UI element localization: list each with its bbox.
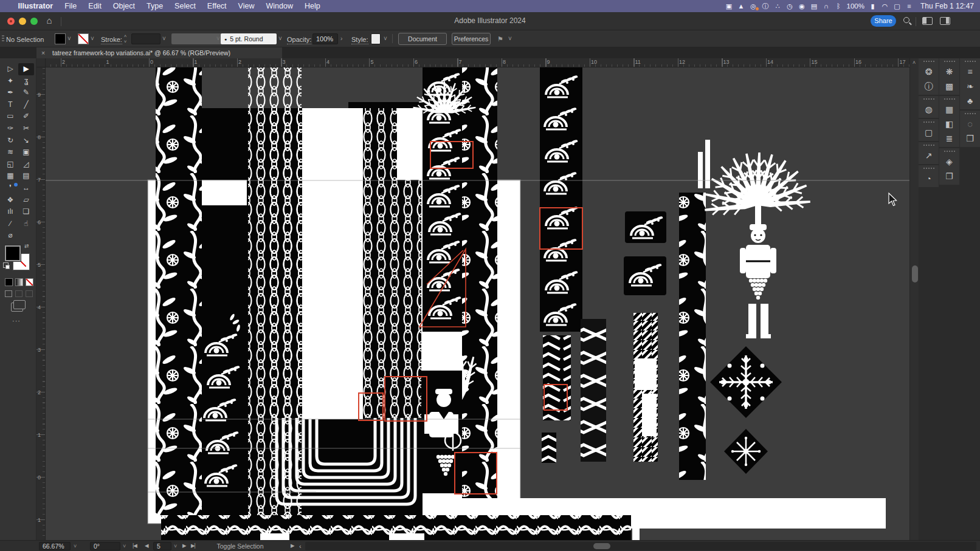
none-button[interactable] — [26, 278, 33, 286]
type-tool[interactable]: T — [2, 99, 18, 111]
search-icon[interactable] — [903, 17, 909, 23]
horizontal-ruler[interactable]: 2101234567891011121314151617 — [46, 58, 909, 67]
perspective-grid-tool[interactable]: ◿ — [18, 159, 34, 171]
slice-tool[interactable]: ▱ — [18, 194, 34, 207]
menu-select[interactable]: Select — [169, 0, 202, 12]
status-play-icon[interactable]: ▶ — [291, 542, 294, 549]
preferences-button[interactable]: Preferences — [452, 33, 491, 45]
artwork-weave-band[interactable] — [161, 515, 640, 540]
artwork-farmer-figure-left[interactable] — [421, 371, 462, 493]
swatches-panel-icon[interactable]: ▦ — [945, 104, 953, 114]
swap-fill-stroke-icon[interactable]: ⇄ — [24, 243, 29, 249]
symbols-panel-icon[interactable]: ♣ — [967, 96, 973, 106]
eyedropper-tool[interactable]: ❜ — [2, 182, 18, 194]
battery-percent-icon[interactable]: 100% — [847, 0, 864, 12]
gradient-panel-icon[interactable]: ◔ — [926, 174, 931, 183]
artwork-snowflake-diamond[interactable] — [724, 429, 768, 474]
paintbrush-tool[interactable]: ✐ — [18, 111, 34, 123]
keyboard-icon[interactable]: ▤ — [810, 0, 818, 12]
chevron-down-icon[interactable]: ˅ — [162, 35, 166, 42]
panel-drag-handle[interactable] — [965, 61, 976, 62]
line-segment-tool[interactable]: ╱ — [18, 99, 34, 111]
chevron-down-icon[interactable]: ˅ — [216, 35, 220, 42]
artwork-chain-column[interactable] — [248, 67, 302, 515]
artwork-vine-column-mid[interactable] — [679, 140, 710, 480]
brushes-panel-icon[interactable]: ❧ — [967, 81, 974, 91]
wifi-icon[interactable]: ◠ — [881, 0, 889, 12]
zoom-level-field[interactable]: 66.67% — [39, 542, 71, 550]
battery-icon[interactable]: ▮ — [869, 0, 877, 12]
chevron-down-icon[interactable]: ˅ — [278, 35, 282, 42]
canvas[interactable] — [46, 67, 909, 540]
hand-tool[interactable]: ☝ — [18, 218, 34, 230]
play-circle-icon[interactable]: ◉ — [798, 0, 806, 12]
mesh-tool[interactable]: ▦ — [2, 170, 18, 182]
artwork-floating-motifs[interactable] — [624, 211, 666, 295]
artboard-number-field[interactable]: 5 — [153, 542, 171, 550]
drag-handle[interactable] — [2, 35, 4, 43]
default-fill-stroke-icon[interactable] — [3, 262, 9, 268]
rectangle-tool[interactable]: ▭ — [2, 111, 18, 123]
menu-illustrator[interactable]: Illustrator — [12, 0, 59, 12]
menu-edit[interactable]: Edit — [83, 0, 108, 12]
artwork-vine-column-right[interactable] — [462, 67, 497, 498]
chevron-down-icon[interactable]: ˅ — [67, 35, 71, 42]
color-panel-icon[interactable]: ❋ — [946, 67, 953, 77]
export-panel-icon[interactable]: ↗ — [925, 151, 933, 160]
magic-wand-tool[interactable]: ✦ — [2, 75, 18, 87]
menu-type[interactable]: Type — [141, 0, 169, 12]
chevron-down-icon[interactable]: ˅ — [91, 35, 94, 42]
info-circle-icon[interactable]: ⓘ — [762, 0, 770, 12]
scroll-up-icon[interactable]: ˄ — [913, 60, 916, 66]
select-similar-icon[interactable]: ⚑ — [497, 35, 503, 43]
info-panel-icon[interactable]: ⓘ — [925, 81, 933, 91]
print-tiling-tool[interactable]: ❏ — [18, 206, 34, 218]
panel-drag-handle[interactable] — [944, 98, 955, 100]
menu-object[interactable]: Object — [107, 0, 140, 12]
chevron-down-icon[interactable]: ˅ — [123, 543, 126, 549]
bluetooth-icon[interactable]: ᛒ — [835, 0, 843, 12]
style-link-label[interactable]: Style: — [351, 36, 368, 44]
panel-drag-handle[interactable] — [923, 168, 934, 169]
app-square-icon[interactable]: ▲ — [737, 0, 745, 12]
pathfinder-panel-icon[interactable]: ◧ — [945, 119, 953, 129]
asset-export-panel-icon[interactable]: ❒ — [966, 134, 974, 143]
column-graph-tool[interactable]: ılı — [2, 206, 18, 218]
shaper-tool[interactable]: ✑ — [2, 123, 18, 135]
rotation-field[interactable]: 0° — [90, 542, 120, 550]
artboards-panel-icon[interactable]: ❐ — [945, 171, 953, 181]
gradient-tool[interactable]: ▤ — [18, 170, 34, 182]
scale-tool[interactable]: ↘ — [18, 135, 34, 147]
draw-inside-button[interactable] — [26, 290, 33, 297]
stage-manager-icon[interactable]: ≡ — [905, 0, 913, 12]
draw-behind-button[interactable] — [15, 290, 22, 297]
artwork-diamond-medallion[interactable] — [710, 346, 782, 418]
chevron-down-icon[interactable]: ˅ — [384, 35, 387, 42]
menu-file[interactable]: File — [59, 0, 83, 12]
menu-window[interactable]: Window — [260, 0, 298, 12]
align-panel-icon[interactable]: ≣ — [946, 134, 953, 143]
rotate-tool[interactable]: ↻ — [2, 135, 18, 147]
time-machine-icon[interactable]: ◷ — [786, 0, 794, 12]
panel-drag-handle[interactable] — [944, 151, 955, 152]
chevron-down-icon[interactable]: ˅ — [174, 543, 177, 549]
artwork-farmer-figure-right[interactable] — [740, 224, 776, 338]
gradient-bar-panel-icon[interactable]: ▩ — [945, 81, 953, 91]
chevron-down-icon[interactable]: ˅ — [508, 35, 512, 42]
stroke-weight-stepper[interactable]: ˄˅ — [122, 33, 129, 44]
color-button[interactable] — [5, 278, 13, 286]
dots-cluster-icon[interactable]: ∴ — [774, 0, 782, 12]
artwork-vine-column-left[interactable] — [156, 67, 202, 515]
panel-drag-handle[interactable] — [923, 145, 934, 146]
stroke-link-label[interactable]: Stroke: — [101, 36, 122, 44]
stroke-weight-field[interactable] — [131, 33, 160, 44]
panel-drag-handle[interactable] — [923, 61, 934, 62]
properties-menu-panel-icon[interactable]: ≡ — [967, 67, 972, 77]
fill-proxy-swatch[interactable] — [5, 245, 21, 261]
workspace-switcher-icon[interactable] — [940, 17, 950, 25]
tab-close-icon[interactable]: × — [41, 47, 45, 58]
screen-mode-button[interactable] — [11, 303, 23, 312]
next-artboard-icon[interactable]: ▶ — [182, 542, 186, 549]
panel-drag-handle[interactable] — [923, 98, 934, 100]
arrange-documents-icon[interactable] — [922, 17, 933, 25]
